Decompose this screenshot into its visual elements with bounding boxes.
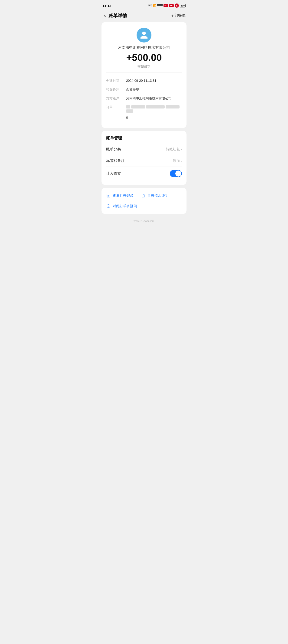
view-history-label: 查看往来记录	[113, 194, 134, 198]
document-icon	[141, 193, 146, 198]
value-time: 2024-09-20 11:13:31	[126, 79, 182, 82]
view-history-button[interactable]: 查看往来记录	[106, 193, 134, 198]
mgmt-label-category: 账单分类	[106, 147, 121, 152]
value-account: 河南清中汇推网络技术有限公司	[126, 96, 182, 100]
order-id: 0	[106, 115, 182, 122]
transaction-card: 河南清中汇推网络技术有限公司 +500.00 交易成功 创建时间 2024-09…	[102, 22, 186, 128]
all-bills-button[interactable]: 全部账单	[171, 13, 186, 18]
chevron-tag-icon: ›	[181, 159, 182, 163]
detail-row-order: 订单	[106, 103, 182, 115]
actions-row-top: 查看往来记录 往来流水证明	[106, 192, 182, 200]
detail-row-remark: 转账备注 余额提现	[106, 85, 182, 94]
management-card: 账单管理 账单分类 转账红包 › 标签和备注 添加 › 计入收支	[102, 131, 186, 185]
order-id-value: 0	[126, 116, 128, 120]
label-account: 对方账户	[106, 96, 122, 100]
mgmt-row-category[interactable]: 账单分类 转账红包 ›	[106, 144, 182, 155]
avatar-section: 河南清中汇推网络技术有限公司 +500.00 交易成功	[106, 28, 182, 69]
label-order: 订单	[106, 105, 122, 110]
page-title: 账单详情	[108, 12, 127, 19]
mgmt-value-category: 转账红包 ›	[166, 147, 182, 152]
mgmt-row-tag[interactable]: 标签和备注 添加 ›	[106, 155, 182, 167]
order-question-button[interactable]: 对此订单有疑问	[106, 204, 137, 208]
card-divider	[106, 72, 182, 73]
flow-proof-label: 往来流水证明	[148, 194, 168, 198]
status-time: 11:13	[102, 4, 111, 8]
company-name: 河南清中汇推网络技术有限公司	[118, 45, 170, 50]
detail-row-account: 对方账户 河南清中汇推网络技术有限公司	[106, 94, 182, 103]
svg-point-5	[108, 207, 108, 207]
5g-badge1: 5G	[164, 4, 168, 7]
footer-text: www.315som.com	[134, 220, 154, 222]
history-icon	[106, 193, 111, 198]
label-time: 创建时间	[106, 79, 122, 83]
status-bar: 11:13 HD 📶 ▀▀▀ 5G 5G $ 100	[99, 0, 189, 10]
transaction-amount: +500.00	[126, 52, 162, 63]
header-left: ＜ 账单详情	[102, 12, 127, 19]
management-title: 账单管理	[106, 136, 182, 141]
tag-value-text: 添加	[173, 159, 180, 163]
footer: www.315som.com	[99, 217, 189, 225]
income-toggle[interactable]	[170, 170, 182, 177]
mgmt-value-tag: 添加 ›	[173, 159, 182, 163]
actions-card: 查看往来记录 往来流水证明 对此订单有疑问	[102, 188, 186, 214]
hd-badge: HD	[148, 4, 152, 7]
blur-2	[131, 105, 145, 108]
value-order-blurred	[126, 105, 182, 113]
question-icon	[106, 204, 111, 208]
battery-indicator: 100	[180, 4, 186, 8]
blur-3	[146, 105, 165, 108]
value-remark: 余额提现	[126, 88, 182, 92]
flow-proof-button[interactable]: 往来流水证明	[141, 193, 168, 198]
order-question-label: 对此订单有疑问	[113, 204, 137, 208]
blur-4	[166, 105, 180, 108]
header: ＜ 账单详情 全部账单	[99, 10, 189, 22]
5g-badge2: 5G	[169, 4, 174, 7]
dollar-badge: $	[175, 4, 179, 8]
transaction-status: 交易成功	[138, 64, 150, 69]
blur-5	[126, 110, 133, 113]
detail-row-time: 创建时间 2024-09-20 11:13:31	[106, 76, 182, 85]
actions-row-bottom: 对此订单有疑问	[106, 202, 182, 210]
label-remark: 转账备注	[106, 88, 122, 92]
signal1-icon: ▀▀▀	[157, 4, 162, 7]
status-icons: HD 📶 ▀▀▀ 5G 5G $ 100	[148, 4, 186, 8]
detail-rows: 创建时间 2024-09-20 11:13:31 转账备注 余额提现 对方账户 …	[106, 76, 182, 122]
category-value-text: 转账红包	[166, 147, 180, 152]
mgmt-label-tag: 标签和备注	[106, 158, 125, 163]
blur-1	[126, 105, 130, 108]
wifi-icon: 📶	[153, 4, 156, 7]
mgmt-row-income: 计入收支	[106, 167, 182, 180]
mgmt-label-income: 计入收支	[106, 171, 121, 176]
avatar	[136, 28, 152, 42]
person-icon	[140, 31, 148, 40]
chevron-category-icon: ›	[181, 148, 182, 151]
back-button[interactable]: ＜	[102, 12, 107, 19]
